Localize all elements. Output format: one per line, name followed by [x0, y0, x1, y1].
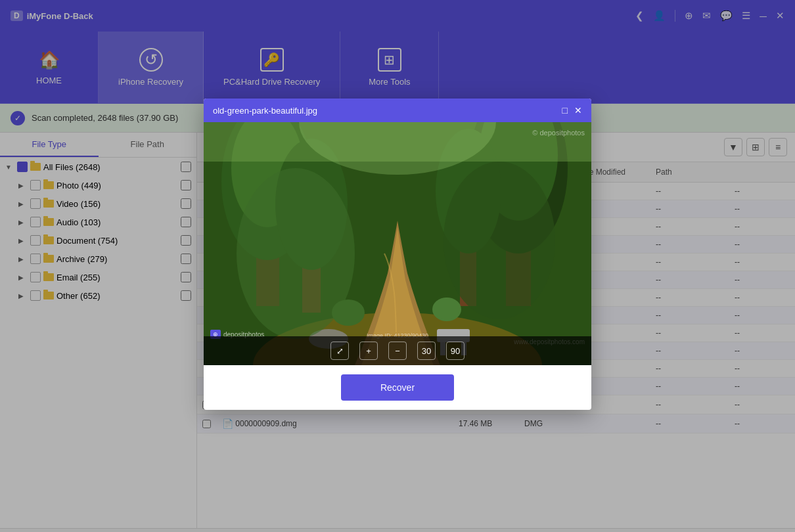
modal-image-area: © depositphotos ⊕ depositphotos Image ID… [204, 122, 591, 365]
svg-point-17 [443, 162, 555, 319]
modal-close-icon[interactable]: ✕ [574, 105, 582, 116]
zoom-in-icon[interactable]: + [359, 342, 378, 360]
park-image-svg [204, 122, 591, 365]
svg-point-21 [432, 298, 461, 321]
rotate-90-icon[interactable]: 90 [446, 342, 465, 360]
modal-maximize-icon[interactable]: □ [562, 105, 568, 116]
modal-title-bar: old-green-park-beautiful.jpg □ ✕ [204, 99, 591, 122]
image-preview-modal: old-green-park-beautiful.jpg □ ✕ [204, 99, 591, 410]
svg-point-20 [332, 299, 365, 326]
modal-footer: Recover [204, 365, 591, 410]
modal-overlay[interactable]: old-green-park-beautiful.jpg □ ✕ [0, 0, 795, 532]
modal-filename: old-green-park-beautiful.jpg [213, 106, 317, 116]
modal-watermark: © depositphotos [532, 129, 585, 137]
rotate-30-icon[interactable]: 30 [417, 342, 436, 360]
modal-window-controls: □ ✕ [562, 105, 582, 116]
fullscreen-icon[interactable]: ⤢ [330, 342, 349, 360]
recover-button-modal[interactable]: Recover [341, 374, 454, 401]
modal-image-toolbar: ⤢ + − 30 90 [204, 336, 591, 365]
zoom-out-icon[interactable]: − [388, 342, 407, 360]
